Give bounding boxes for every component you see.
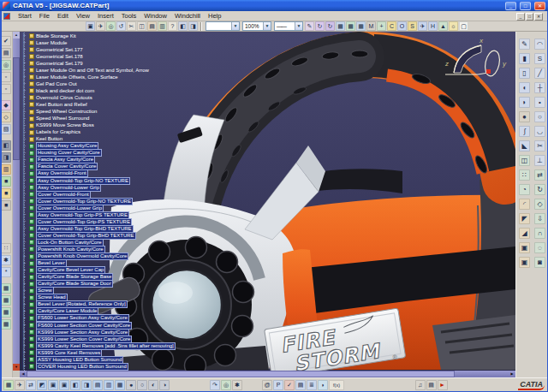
menu-help[interactable]: Help <box>208 12 221 20</box>
close-button[interactable]: ✕ <box>534 2 545 10</box>
scroll-left-arrow-icon[interactable]: ◀ <box>20 371 27 377</box>
icon-select-check[interactable]: ✔ <box>1 36 11 46</box>
icon-exit-workbench[interactable]: ✈ <box>418 21 427 31</box>
icon-spline[interactable]: S <box>534 53 545 64</box>
icon-publish[interactable]: ◎ <box>106 21 116 31</box>
icon-design-table[interactable]: ▦ <box>336 21 345 31</box>
icon-tile-windows[interactable]: ◨ <box>188 21 198 31</box>
icon-shading[interactable]: ● <box>126 380 136 390</box>
icon-rotate[interactable]: ↻ <box>534 184 545 195</box>
icon-styles[interactable]: S <box>408 21 417 31</box>
tree-item[interactable]: ├ Laser Module <box>21 39 278 46</box>
menu-file[interactable]: File <box>39 12 50 20</box>
icon-fly-mode[interactable]: ✈ <box>96 21 105 31</box>
icon-whats-this[interactable]: ? <box>168 21 177 31</box>
icon-sticker[interactable]: ◇ <box>1 112 11 122</box>
icon-pocket[interactable]: ▯ <box>519 68 530 79</box>
linetype-combo[interactable]: —— ▼ <box>274 21 303 31</box>
icon-close-surface[interactable]: ◙ <box>534 257 545 268</box>
tree-item[interactable]: ├ Blade Storage Kit <box>21 33 278 39</box>
icon-view-right[interactable]: ◨ <box>81 380 92 390</box>
icon-profile[interactable]: ◠ <box>534 39 545 50</box>
icon-materials[interactable]: ◐ <box>148 380 158 390</box>
tree-item[interactable]: ├ Geometrical Set.178 <box>21 53 278 60</box>
tree-item[interactable]: ├ Speed Wheel Construction <box>21 109 278 116</box>
icon-constraint[interactable]: ⊥ <box>534 155 545 166</box>
icon-paste-special[interactable]: ▥ <box>158 21 167 31</box>
scroll-down-arrow-icon[interactable]: ▼ <box>13 364 20 371</box>
tree-item[interactable]: ├ Laser Module Offsets, Core Surface <box>21 74 278 80</box>
icon-new-document[interactable]: ▢ <box>459 21 468 31</box>
icon-view-iso[interactable]: ◩ <box>37 380 47 390</box>
icon-cube-3[interactable]: ▦ <box>1 307 11 318</box>
icon-snap[interactable]: * <box>1 267 11 277</box>
icon-translate[interactable]: ⇄ <box>534 169 545 181</box>
icon-view-bottom[interactable]: ▥ <box>104 380 114 390</box>
tree-scrollbar[interactable]: ▲ ▼ <box>13 32 20 371</box>
icon-box-green[interactable]: ■ <box>1 176 11 187</box>
icon-cube-2[interactable]: ▦ <box>1 295 11 306</box>
hscrollbar-thumb[interactable] <box>27 371 455 377</box>
icon-pad[interactable]: ▮ <box>519 53 530 64</box>
child-minimize-button[interactable]: _ <box>516 13 525 21</box>
icon-view-front[interactable]: ▣ <box>48 380 58 390</box>
menu-window[interactable]: Window <box>144 12 167 20</box>
icon-tool-disabled-2[interactable]: ▫ <box>1 84 11 94</box>
3d-viewport[interactable]: FIRE STORM ® ├ Blade Storage Kit ├ Laser… <box>20 32 515 377</box>
icon-report[interactable]: ▦ <box>356 21 366 31</box>
icon-fly[interactable]: ✈ <box>15 380 25 390</box>
child-close-button[interactable]: ✕ <box>534 13 543 21</box>
icon-arc[interactable]: ◡ <box>534 126 545 137</box>
icon-cube-1[interactable]: ▦ <box>1 283 11 294</box>
menu-edit[interactable]: Edit <box>57 12 68 20</box>
viewport-hscrollbar[interactable]: ◀ ▶ <box>20 371 515 377</box>
tree-item[interactable]: ├ Speed Wheel Surround <box>21 116 278 122</box>
icon-axis[interactable]: ┼ <box>534 82 545 93</box>
icon-update-all[interactable]: ↻ <box>325 21 335 31</box>
icon-swap-view[interactable]: ⇄ <box>26 380 36 390</box>
icon-search[interactable]: M <box>366 21 376 31</box>
icon-scale[interactable]: ◔ <box>519 184 530 195</box>
tree-item[interactable]: ├ Keel Button and Relief <box>21 101 278 108</box>
icon-formula[interactable]: f(x) <box>329 380 344 390</box>
icon-chat[interactable]: ◗ <box>318 380 328 390</box>
icon-shaft[interactable]: ◖ <box>519 82 530 93</box>
icon-paintbrush[interactable]: ✎ <box>305 21 314 31</box>
icon-stiffener[interactable]: ◣ <box>519 140 530 151</box>
tree-scrollbar-thumb[interactable] <box>13 57 20 160</box>
icon-boundary[interactable]: ◌ <box>534 242 545 253</box>
tree-item[interactable]: ├ black and decker dot com <box>21 87 278 94</box>
icon-chamfer[interactable]: ◤ <box>519 213 530 224</box>
menu-windchill[interactable]: Windchill <box>175 12 200 20</box>
title-bar[interactable]: CATIA V5 - [JIGSAW.CATPart] _ □ ✕ <box>0 0 548 11</box>
icon-list[interactable]: ≣ <box>307 380 317 390</box>
scroll-right-arrow-icon[interactable]: ▶ <box>509 371 515 377</box>
icon-mail[interactable]: @ <box>262 380 272 390</box>
icon-book[interactable]: ▥ <box>1 164 11 175</box>
icon-swap-visible[interactable]: ↷ <box>210 380 220 390</box>
view-combo[interactable]: ▼ <box>206 21 240 31</box>
3d-compass[interactable]: x y z <box>444 35 510 85</box>
menu-view[interactable]: View <box>76 12 90 20</box>
icon-palette[interactable]: ◆ <box>1 100 11 110</box>
icon-line[interactable]: ╱ <box>534 68 545 79</box>
icon-swoosh[interactable]: ► <box>438 380 448 390</box>
icon-view-back[interactable]: ▣ <box>59 380 69 390</box>
icon-wireframe[interactable]: ○ <box>137 380 147 390</box>
icon-box-gray[interactable]: ■ <box>1 200 11 211</box>
icon-new-window[interactable]: ◧ <box>178 21 188 31</box>
icon-magnify[interactable]: ◎ <box>221 380 231 390</box>
icon-person[interactable]: P <box>273 380 283 390</box>
icon-view-left[interactable]: ◧ <box>70 380 80 390</box>
icon-pattern[interactable]: ∷ <box>519 169 530 181</box>
chevron-down-icon[interactable]: ▼ <box>231 22 239 30</box>
icon-panel[interactable]: ▤ <box>426 380 437 390</box>
tree-item[interactable]: ├ KS999 Move Screw Boss <box>21 122 278 129</box>
icon-hide-show[interactable]: ◑ <box>159 380 170 390</box>
icon-tool-disabled-1[interactable]: ▫ <box>1 72 11 82</box>
zoom-combo[interactable]: 100% ▼ <box>242 21 271 31</box>
icon-select-mode[interactable]: + <box>377 21 386 31</box>
icon-multi-view[interactable]: ▦ <box>3 380 14 390</box>
tree-item[interactable]: ├ Laser Module On and Off Text and Symbo… <box>21 67 278 74</box>
chevron-down-icon[interactable]: ▼ <box>263 22 271 30</box>
